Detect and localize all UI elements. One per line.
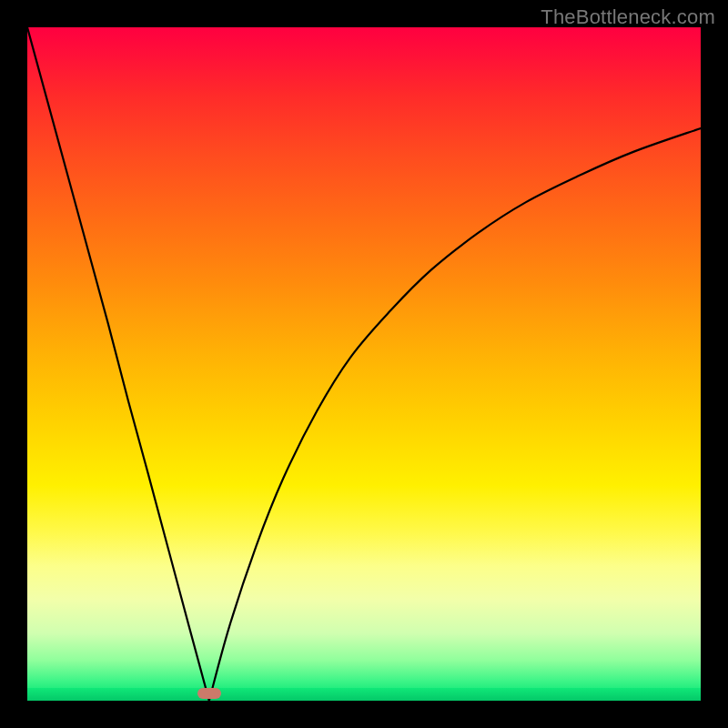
curve-left-branch bbox=[27, 27, 209, 701]
plot-area bbox=[27, 27, 701, 701]
watermark-text: TheBottleneck.com bbox=[541, 5, 715, 29]
optimal-band bbox=[27, 688, 701, 701]
bottleneck-curve bbox=[27, 27, 701, 701]
curve-right-branch bbox=[209, 128, 701, 701]
optimum-marker bbox=[197, 688, 221, 699]
chart-frame: TheBottleneck.com bbox=[0, 0, 728, 728]
